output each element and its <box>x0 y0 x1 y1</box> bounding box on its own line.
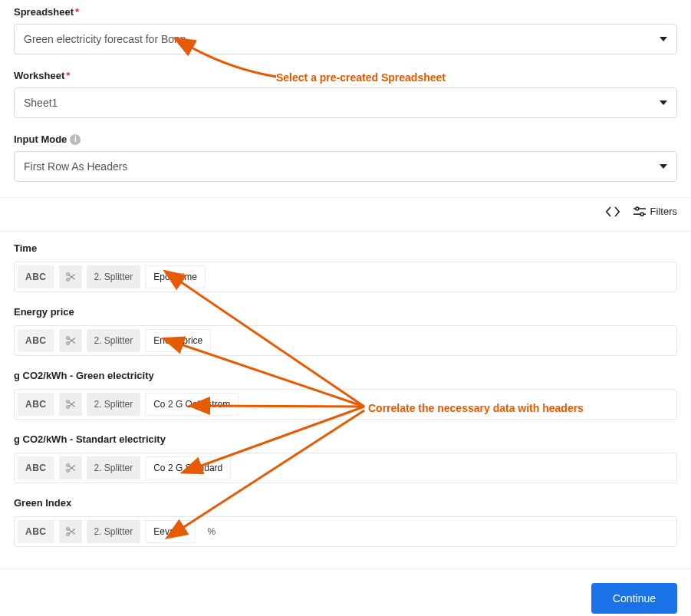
field-label: g CO2/kWh - Standart electricity <box>14 433 677 445</box>
field-label: Green Index <box>14 497 677 509</box>
field-row[interactable]: ABC2. SplitterEnergyprice <box>14 325 677 356</box>
worksheet-label: Worksheet* <box>14 70 677 81</box>
splitter-chip[interactable]: 2. Splitter <box>87 265 141 288</box>
splitter-chip[interactable]: 2. Splitter <box>87 520 141 543</box>
spreadsheet-label: Spreadsheet* <box>14 6 677 18</box>
type-chip-abc[interactable]: ABC <box>18 265 54 288</box>
value-chip[interactable]: Eevalue <box>145 520 195 543</box>
type-chip-abc[interactable]: ABC <box>18 520 54 543</box>
field-block: TimeABC2. SplitterEpochtime <box>14 242 677 292</box>
svg-line-23 <box>68 529 74 534</box>
field-label: Energy price <box>14 306 677 318</box>
inputmode-value: First Row As Headers <box>24 160 127 173</box>
worksheet-select[interactable]: Sheet1 <box>14 87 677 118</box>
field-block: g CO2/kWh - Standart electricityABC2. Sp… <box>14 433 677 483</box>
suffix-chip: % <box>200 520 224 543</box>
field-label: g CO2/kWh - Green electricity <box>14 370 677 381</box>
chevron-down-icon <box>660 100 667 105</box>
scissors-icon[interactable] <box>59 456 82 479</box>
required-mark: * <box>75 6 79 18</box>
spreadsheet-value: Green electricity forecast for Bonn <box>24 33 186 45</box>
worksheet-value: Sheet1 <box>24 97 58 109</box>
filters-label: Filters <box>650 206 677 217</box>
footer: Continue <box>0 568 691 616</box>
svg-line-22 <box>68 529 74 534</box>
chevron-down-icon <box>660 164 667 169</box>
continue-button[interactable]: Continue <box>591 583 677 614</box>
type-chip-abc[interactable]: ABC <box>18 329 54 352</box>
svg-point-3 <box>640 212 643 216</box>
field-row[interactable]: ABC2. SplitterEevalue% <box>14 516 677 547</box>
svg-line-14 <box>68 402 74 407</box>
field-block: Energy priceABC2. SplitterEnergyprice <box>14 306 677 356</box>
toolbar: Filters <box>0 197 691 232</box>
svg-line-19 <box>68 466 74 470</box>
value-chip[interactable]: Epochtime <box>145 265 206 288</box>
field-block: Green IndexABC2. SplitterEevalue% <box>14 497 677 547</box>
required-mark: * <box>66 70 70 81</box>
info-icon[interactable]: i <box>70 134 81 145</box>
splitter-chip[interactable]: 2. Splitter <box>87 393 141 416</box>
scissors-icon[interactable] <box>59 329 82 352</box>
field-row[interactable]: ABC2. SplitterCo 2 G Oekostrom <box>14 389 677 420</box>
spreadsheet-select[interactable]: Green electricity forecast for Bonn <box>14 24 677 54</box>
type-chip-abc[interactable]: ABC <box>18 393 54 416</box>
field-label: Time <box>14 242 677 254</box>
svg-point-1 <box>635 207 638 210</box>
scissors-icon[interactable] <box>59 265 82 288</box>
splitter-chip[interactable]: 2. Splitter <box>87 456 141 479</box>
value-chip[interactable]: Co 2 G Oekostrom <box>145 393 239 416</box>
value-chip[interactable]: Co 2 G Standard <box>145 456 231 479</box>
value-chip[interactable]: Energyprice <box>145 329 211 352</box>
svg-line-15 <box>68 402 74 407</box>
field-row[interactable]: ABC2. SplitterCo 2 G Standard <box>14 453 677 483</box>
code-view-button[interactable] <box>606 206 620 217</box>
svg-line-18 <box>68 466 74 470</box>
scissors-icon[interactable] <box>59 520 82 543</box>
svg-line-11 <box>68 338 74 343</box>
splitter-chip[interactable]: 2. Splitter <box>87 329 141 352</box>
svg-line-10 <box>68 338 74 343</box>
chevron-down-icon <box>660 37 667 41</box>
inputmode-label: Input Mode i <box>14 133 677 145</box>
inputmode-select[interactable]: First Row As Headers <box>14 151 677 182</box>
svg-line-6 <box>68 275 74 279</box>
svg-line-7 <box>68 275 74 279</box>
field-row[interactable]: ABC2. SplitterEpochtime <box>14 262 677 292</box>
scissors-icon[interactable] <box>59 393 82 416</box>
filters-button[interactable]: Filters <box>633 206 677 217</box>
fields-section: TimeABC2. SplitterEpochtimeEnergy priceA… <box>0 232 691 568</box>
type-chip-abc[interactable]: ABC <box>18 456 54 479</box>
field-block: g CO2/kWh - Green electricityABC2. Split… <box>14 370 677 420</box>
